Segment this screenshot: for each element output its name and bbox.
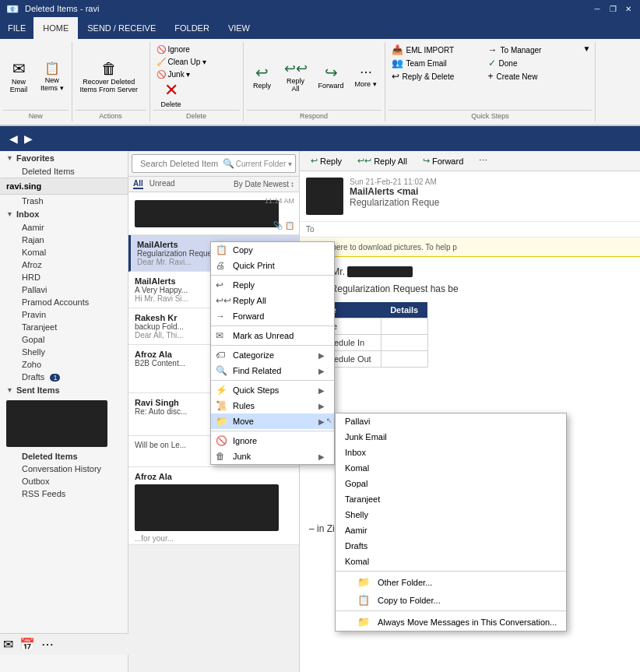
sort-dir-label: Newest — [263, 180, 289, 188]
sidebar-item-gopal[interactable]: Gopal — [0, 333, 128, 346]
search-input[interactable] — [135, 157, 223, 171]
team-email-button[interactable]: 👥 Team Email — [389, 57, 482, 69]
submenu-item-drafts[interactable]: Drafts — [336, 538, 566, 554]
sidebar-item-taranjeet[interactable]: Taranjeet — [0, 321, 128, 333]
submenu-item-pallavi[interactable]: Pallavi — [336, 413, 566, 429]
ignore-label: Ignore — [168, 45, 190, 54]
tab-send-receive[interactable]: SEND / RECEIVE — [78, 17, 165, 39]
sidebar-item-rss[interactable]: RSS Feeds — [0, 487, 128, 500]
sidebar-item-outbox[interactable]: Outbox — [0, 475, 128, 487]
sidebar-item-deleted[interactable]: Deleted Items — [0, 450, 128, 463]
inbox-header[interactable]: ▼ Inbox — [0, 207, 128, 221]
ctx-reply[interactable]: ↩ Reply — [211, 277, 334, 293]
list-item[interactable]: 11:14 AM 📎 📋 — [128, 192, 299, 235]
submenu-item-taranjeet[interactable]: Taranjeet — [336, 491, 566, 507]
ctx-quick-steps[interactable]: ⚡ Quick Steps ▶ — [211, 382, 334, 398]
reply-all-button[interactable]: ↩↩ ReplyAll — [280, 44, 312, 110]
submenu-item-komal-2[interactable]: Komal — [336, 554, 566, 569]
ctx-copy[interactable]: 📋 Copy — [211, 242, 334, 258]
sort-label: By Date — [234, 180, 262, 188]
list-item[interactable]: Afroz Ala ...for your... — [128, 467, 299, 545]
ctx-find-related[interactable]: 🔍 Find Related ▶ — [211, 363, 334, 378]
download-bar[interactable]: ℹ Click here to download pictures. To he… — [300, 237, 640, 257]
footer-prefix: – — [309, 523, 315, 534]
mail-nav-icon[interactable]: ✉ — [3, 637, 13, 652]
create-new-qs-button[interactable]: + Create New — [485, 70, 578, 83]
qs-expand-button[interactable]: ▼ — [582, 44, 593, 56]
sort-area[interactable]: By Date Newest ↕ — [234, 180, 294, 188]
close-button[interactable]: ✕ — [623, 3, 634, 14]
rp-forward-button[interactable]: ↪ Forward — [418, 154, 468, 167]
done-button[interactable]: ✓ Done — [485, 57, 578, 69]
ctx-mark-unread[interactable]: ✉ Mark as Unread — [211, 328, 334, 343]
rp-reply-all-button[interactable]: ↩↩ Reply All — [353, 154, 412, 167]
new-email-button[interactable]: ✉ NewEmail — [3, 44, 34, 110]
tab-view[interactable]: VIEW — [219, 17, 259, 39]
submenu-item-inbox[interactable]: Inbox — [336, 445, 566, 460]
reply-delete-button[interactable]: ↩ Reply & Delete — [389, 70, 482, 83]
restore-button[interactable]: ❐ — [607, 3, 618, 14]
forward-button[interactable]: ↪ Forward — [314, 44, 349, 110]
submenu-item-komal-1[interactable]: Komal — [336, 460, 566, 476]
sidebar-item-pramod[interactable]: Pramod Accounts — [0, 296, 128, 308]
filter-all[interactable]: All — [133, 179, 143, 189]
sidebar-item-afroz[interactable]: Afroz — [0, 259, 128, 271]
sidebar-item-komal[interactable]: Komal — [0, 246, 128, 259]
ctx-rules[interactable]: 📜 Rules ▶ — [211, 398, 334, 413]
ctx-move[interactable]: 📁 Move ▶ ↖ — [211, 413, 334, 429]
submenu-copy-to-folder[interactable]: 📋 Copy to Folder... — [336, 591, 566, 609]
submenu-gopal-label: Gopal — [345, 479, 367, 488]
ctx-junk[interactable]: 🗑 Junk ▶ — [211, 449, 334, 464]
filter-unread[interactable]: Unread — [149, 179, 175, 189]
sidebar-item-trash[interactable]: Trash — [0, 195, 128, 207]
ctx-forward[interactable]: → Forward — [211, 308, 334, 324]
more-nav-icon[interactable]: ⋯ — [41, 637, 54, 652]
delete-button[interactable]: ✕ Delete — [156, 80, 186, 110]
ctx-reply-all[interactable]: ↩↩ Reply All — [211, 293, 334, 308]
email-black-box-1 — [135, 200, 279, 227]
submenu-item-junk-email[interactable]: Junk Email — [336, 429, 566, 445]
move-submenu: Pallavi Junk Email Inbox Komal Gopal Tar… — [335, 413, 567, 632]
cleanup-button[interactable]: 🧹 Clean Up ▾ — [153, 56, 209, 68]
tab-home[interactable]: HOME — [33, 17, 78, 39]
sidebar-item-deleted-items-fav[interactable]: Deleted Items — [0, 165, 128, 178]
search-folder-label[interactable]: Current Folder ▾ — [236, 160, 292, 168]
minimize-button[interactable]: ─ — [592, 3, 603, 14]
submenu-always-move[interactable]: 📁 Always Move Messages in This Conversat… — [336, 613, 566, 631]
reply-button[interactable]: ↩ Reply — [247, 44, 278, 110]
sidebar-item-pravin[interactable]: Pravin — [0, 308, 128, 321]
recover-deleted-button[interactable]: 🗑 Recover DeletedItems From Server — [76, 44, 143, 110]
rp-more-button[interactable]: ⋯ — [474, 154, 492, 167]
submenu-item-aamir[interactable]: Aamir — [336, 522, 566, 538]
sidebar-item-pallavi[interactable]: Pallavi — [0, 283, 128, 296]
more-respond-button[interactable]: ⋯ More ▾ — [350, 44, 382, 110]
submenu-item-shelly[interactable]: Shelly — [336, 507, 566, 522]
ctx-categorize[interactable]: 🏷 Categorize ▶ — [211, 347, 334, 363]
ignore-button[interactable]: 🚫 Ignore — [153, 44, 209, 55]
eml-import-button[interactable]: 📥 EML IMPORT — [389, 44, 482, 56]
sidebar-item-shelly[interactable]: Shelly — [0, 346, 128, 358]
tab-file[interactable]: FILE — [0, 17, 33, 39]
rp-reply-button[interactable]: ↩ Reply — [306, 154, 346, 167]
new-items-button[interactable]: 📋 NewItems ▾ — [36, 44, 69, 110]
to-manager-button[interactable]: → To Manager — [485, 44, 578, 56]
sidebar-item-aamir[interactable]: Aamir — [0, 221, 128, 234]
nav-forward-icon[interactable]: ▶ — [21, 132, 36, 145]
nav-back-icon[interactable]: ◀ — [6, 132, 21, 145]
sidebar-item-hrd[interactable]: HRD — [0, 271, 128, 283]
sent-items-header[interactable]: ▼ Sent Items — [0, 383, 128, 397]
quick-steps-ctx-icon: ⚡ — [216, 385, 227, 396]
sidebar-item-conversation[interactable]: Conversation History — [0, 463, 128, 475]
junk-button[interactable]: 🚫 Junk ▾ — [153, 69, 209, 80]
calendar-nav-icon[interactable]: 📅 — [19, 637, 35, 652]
sidebar-item-rajan[interactable]: Rajan — [0, 234, 128, 246]
submenu-item-gopal[interactable]: Gopal — [336, 476, 566, 491]
sidebar-item-zoho[interactable]: Zoho — [0, 358, 128, 371]
ctx-junk-label: Junk — [233, 452, 251, 461]
tab-folder[interactable]: FOLDER — [165, 17, 219, 39]
ctx-ignore[interactable]: 🚫 Ignore — [211, 433, 334, 449]
submenu-other-folder[interactable]: 📁 Other Folder... — [336, 573, 566, 591]
favorites-header[interactable]: ▼ Favorites — [0, 151, 128, 165]
sidebar-item-drafts[interactable]: Drafts 1 — [0, 371, 128, 383]
ctx-quick-print[interactable]: 🖨 Quick Print — [211, 258, 334, 273]
